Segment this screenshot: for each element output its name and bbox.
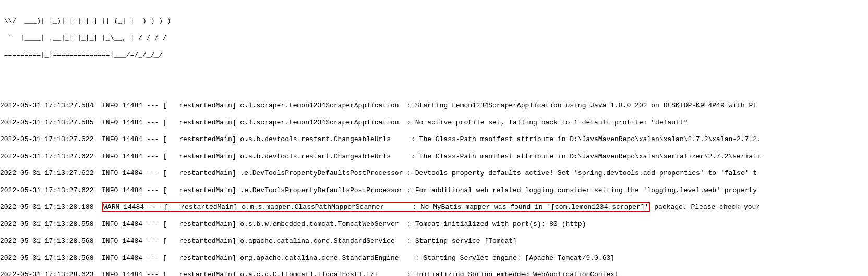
log-line: 2022-05-31 17:13:27.585 INFO 14484 --- [… xyxy=(0,119,868,127)
log-line-warn: 2022-05-31 17:13:28.188 WARN 14484 --- [… xyxy=(0,203,868,211)
ascii-art-line: ' |____| .__|_| |_|_| |_\__, | / / / / xyxy=(0,34,868,42)
log-line: 2022-05-31 17:13:27.622 INFO 14484 --- [… xyxy=(0,169,868,178)
ascii-art-line: \\/ ___)| |_)| | | | | || (_| | ) ) ) ) xyxy=(0,17,868,26)
warn-highlight: WARN 14484 --- [ restartedMain] o.m.s.ma… xyxy=(102,202,650,212)
blank-line xyxy=(0,85,868,93)
log-line: 2022-05-31 17:13:28.623 INFO 14484 --- [… xyxy=(0,271,868,276)
log-line: 2022-05-31 17:13:28.558 INFO 14484 --- [… xyxy=(0,220,868,229)
log-line: 2022-05-31 17:13:28.568 INFO 14484 --- [… xyxy=(0,237,868,245)
log-line: 2022-05-31 17:13:27.622 INFO 14484 --- [… xyxy=(0,186,868,195)
log-line: 2022-05-31 17:13:27.622 INFO 14484 --- [… xyxy=(0,135,868,144)
console-output: \\/ ___)| |_)| | | | | || (_| | ) ) ) ) … xyxy=(0,8,868,276)
log-line: 2022-05-31 17:13:28.568 INFO 14484 --- [… xyxy=(0,254,868,262)
log-line: 2022-05-31 17:13:27.584 INFO 14484 --- [… xyxy=(0,102,868,110)
ascii-art-line: =========|_|==============|___/=/_/_/_/ xyxy=(0,51,868,59)
log-line: 2022-05-31 17:13:27.622 INFO 14484 --- [… xyxy=(0,153,868,161)
ascii-art-line xyxy=(0,68,868,76)
